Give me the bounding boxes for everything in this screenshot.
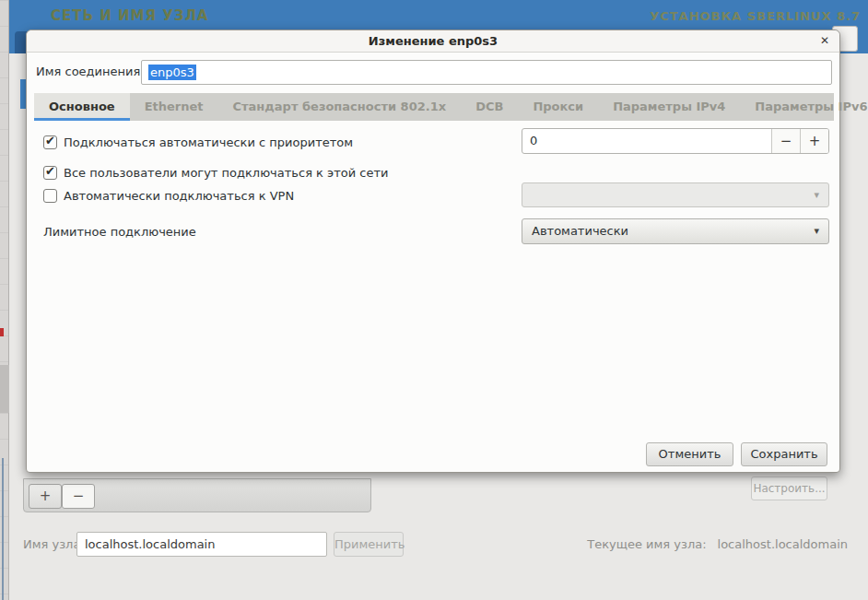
- minus-icon: −: [73, 488, 85, 504]
- device-list-toolbar: + −: [23, 478, 371, 512]
- settings-tabbar: Основное Ethernet Стандарт безопасности …: [34, 93, 834, 121]
- close-icon[interactable]: ✕: [820, 34, 829, 47]
- tab-dcb[interactable]: DCB: [461, 93, 518, 121]
- tab-ipv6[interactable]: Параметры IPv6: [740, 93, 868, 121]
- chevron-down-icon: ▾: [814, 183, 819, 207]
- hostname-label: Имя узла:: [23, 537, 85, 551]
- connection-name-input[interactable]: enp0s3: [141, 60, 832, 85]
- window-edge-line: [2, 458, 4, 600]
- dialog-title: Изменение enp0s3: [27, 30, 839, 52]
- priority-input[interactable]: 0: [522, 129, 771, 153]
- autoconnect-label: Подключаться автоматически с приоритетом: [64, 135, 353, 149]
- metered-select-value: Автоматически: [532, 219, 628, 243]
- autoconnect-row: ✔ Подключаться автоматически с приоритет…: [43, 130, 353, 154]
- all-users-checkbox[interactable]: ✔: [43, 166, 57, 180]
- metered-label: Лимитное подключение: [43, 220, 196, 244]
- current-hostname-label: Текущее имя узла:: [587, 537, 706, 551]
- tab-ethernet[interactable]: Ethernet: [130, 93, 218, 121]
- tab-proxy[interactable]: Прокси: [518, 93, 598, 121]
- vpn-label: Автоматически подключаться к VPN: [64, 189, 294, 203]
- warning-marker: [0, 328, 4, 336]
- priority-spinner: 0 − +: [522, 128, 829, 154]
- hostname-input[interactable]: localhost.localdomain: [76, 532, 327, 557]
- all-users-row: ✔ Все пользователи могут подключаться к …: [43, 160, 389, 184]
- decrement-button[interactable]: −: [771, 129, 800, 153]
- cancel-button[interactable]: Отменить: [646, 442, 733, 466]
- apply-hostname-button[interactable]: Применить: [334, 532, 404, 557]
- vpn-select[interactable]: ▾: [522, 182, 829, 207]
- tab-security-8021x[interactable]: Стандарт безопасности 802.1x: [218, 93, 462, 121]
- vpn-row: Автоматически подключаться к VPN: [43, 183, 294, 207]
- autoconnect-checkbox[interactable]: ✔: [43, 135, 57, 149]
- minus-icon: −: [780, 133, 792, 149]
- check-icon: ✔: [45, 134, 55, 147]
- configure-button[interactable]: Настроить...: [751, 476, 827, 500]
- connection-name-value: enp0s3: [148, 65, 196, 80]
- plus-icon: +: [40, 488, 52, 504]
- current-hostname: Текущее имя узла: localhost.localdomain: [587, 537, 848, 551]
- dialog-titlebar: Изменение enp0s3 ✕: [27, 30, 839, 53]
- vpn-checkbox[interactable]: [43, 189, 57, 203]
- edit-connection-dialog: Изменение enp0s3 ✕ Имя соединения enp0s3…: [26, 29, 840, 473]
- plus-icon: +: [809, 133, 821, 149]
- installer-title: УСТАНОВКА SBERLINUX 8.7: [650, 9, 861, 23]
- increment-button[interactable]: +: [800, 129, 828, 153]
- metered-select[interactable]: Автоматически ▾: [522, 218, 829, 244]
- window-edge-dark-segment: [0, 365, 9, 413]
- tab-ipv4[interactable]: Параметры IPv4: [598, 93, 740, 121]
- current-hostname-value: localhost.localdomain: [718, 537, 848, 551]
- all-users-label: Все пользователи могут подключаться к эт…: [64, 166, 389, 180]
- remove-device-button[interactable]: −: [62, 484, 95, 509]
- screen-title: СЕТЬ И ИМЯ УЗЛА: [51, 7, 208, 24]
- save-button[interactable]: Сохранить: [741, 442, 827, 466]
- add-device-button[interactable]: +: [29, 484, 62, 509]
- check-icon: ✔: [45, 164, 55, 178]
- tab-general[interactable]: Основное: [34, 93, 130, 121]
- chevron-down-icon: ▾: [814, 219, 819, 243]
- connection-name-label: Имя соединения: [36, 65, 140, 78]
